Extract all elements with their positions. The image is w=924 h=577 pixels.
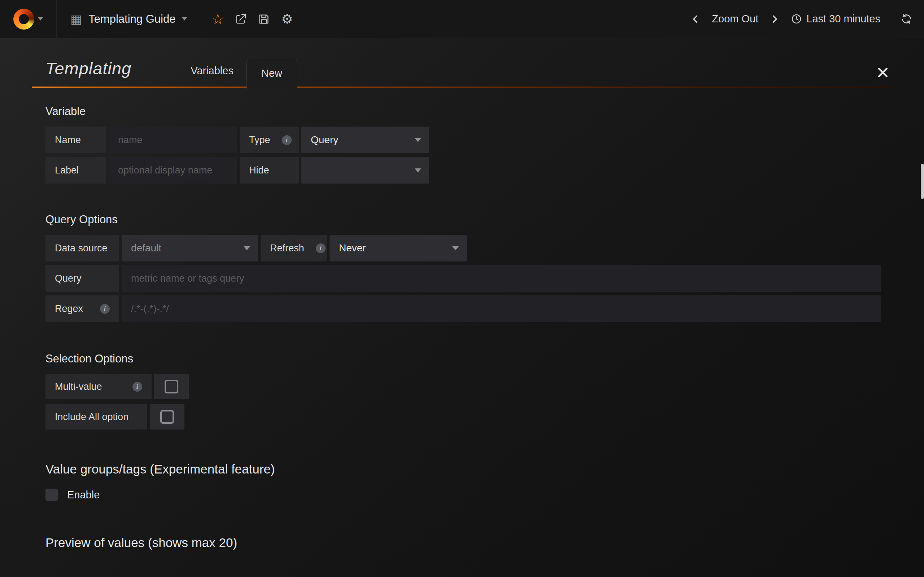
chevron-down-icon — [415, 168, 421, 172]
selection-options-section: Selection Options Multi-value Include Al… — [45, 352, 892, 429]
info-icon[interactable] — [132, 382, 142, 392]
multi-value-label-text: Multi-value — [55, 381, 102, 392]
datasource-label: Data source — [45, 235, 119, 261]
query-options-heading: Query Options — [45, 213, 892, 226]
tab-variables[interactable]: Variables — [178, 65, 247, 88]
hide-label: Hide — [240, 157, 299, 184]
preview-heading: Preview of values (shows max 20) — [45, 535, 892, 550]
include-all-checkbox[interactable] — [150, 404, 184, 429]
name-input[interactable] — [109, 127, 237, 153]
label-label: Label — [45, 157, 106, 184]
type-select[interactable]: Query — [301, 127, 429, 153]
label-input[interactable] — [109, 157, 237, 184]
save-icon — [258, 13, 270, 25]
value-groups-heading: Value groups/tags (Experimental feature) — [45, 462, 892, 476]
include-all-label: Include All option — [45, 404, 147, 429]
star-button[interactable] — [206, 0, 229, 38]
query-row: Query — [45, 265, 892, 292]
refresh-select[interactable]: Never — [330, 235, 467, 261]
refresh-label: Refresh — [261, 235, 327, 261]
preview-section: Preview of values (shows max 20) Add — [45, 535, 892, 577]
settings-button[interactable] — [275, 0, 299, 38]
refresh-button[interactable] — [897, 0, 916, 38]
time-controls: Zoom Out Last 30 minutes — [687, 0, 924, 38]
name-row: Name Type Query — [45, 127, 892, 153]
regex-row: Regex — [45, 295, 892, 322]
label-row: Label Hide — [45, 157, 892, 184]
datasource-select[interactable]: default — [122, 235, 258, 261]
chevron-down-icon — [38, 17, 43, 21]
clock-icon — [791, 13, 802, 24]
chevron-down-icon — [415, 138, 421, 142]
scrollbar-thumb[interactable] — [921, 164, 924, 199]
info-icon[interactable] — [316, 243, 326, 253]
refresh-select-value: Never — [339, 242, 366, 254]
share-button[interactable] — [229, 0, 252, 38]
checkbox-icon — [165, 380, 178, 393]
selection-options-heading: Selection Options — [45, 352, 892, 365]
variable-heading: Variable — [45, 105, 892, 118]
checkbox-icon — [160, 410, 174, 424]
datasource-row: Data source default Refresh Never — [45, 235, 892, 261]
type-label-text: Type — [249, 134, 270, 146]
star-icon — [211, 12, 224, 26]
gear-icon — [281, 13, 293, 26]
dashboard-title: Templating Guide — [89, 13, 175, 26]
regex-input[interactable] — [122, 295, 881, 322]
value-groups-section: Value groups/tags (Experimental feature)… — [45, 462, 892, 501]
time-range-label: Last 30 minutes — [806, 13, 880, 25]
multi-value-checkbox[interactable] — [154, 374, 189, 399]
dashboard-picker[interactable]: Templating Guide — [56, 0, 201, 38]
enable-label: Enable — [67, 489, 100, 501]
include-all-row: Include All option — [45, 404, 892, 429]
multi-value-row: Multi-value — [45, 374, 892, 399]
name-label: Name — [45, 127, 106, 153]
multi-value-label: Multi-value — [45, 374, 152, 399]
refresh-icon — [901, 13, 913, 25]
chevron-left-icon — [690, 14, 701, 24]
navbar-actions — [201, 0, 299, 38]
type-label: Type — [240, 127, 299, 153]
info-icon[interactable] — [282, 135, 292, 145]
editor-header: Templating Variables New — [32, 38, 892, 88]
type-select-value: Query — [311, 134, 338, 146]
chevron-down-icon — [452, 246, 459, 250]
regex-label-text: Regex — [55, 303, 83, 314]
page-title: Templating — [45, 58, 131, 78]
navbar: Templating Guide — [0, 0, 924, 38]
close-icon — [876, 66, 889, 79]
grafana-menu-button[interactable] — [0, 0, 56, 38]
templating-page: Templating Variables New Variable Name T… — [0, 38, 924, 577]
datasource-select-value: default — [131, 242, 162, 254]
enable-checkbox[interactable] — [45, 488, 58, 501]
dashboard-icon — [70, 13, 82, 25]
query-options-section: Query Options Data source default Refres… — [45, 213, 892, 322]
zoom-out-button[interactable]: Zoom Out — [706, 0, 764, 38]
time-forward-button[interactable] — [766, 0, 783, 38]
enable-row: Enable — [45, 488, 892, 501]
tab-new[interactable]: New — [247, 60, 297, 89]
grafana-logo-icon — [13, 9, 34, 29]
zoom-out-label: Zoom Out — [712, 13, 758, 25]
query-label: Query — [45, 265, 119, 292]
save-button[interactable] — [252, 0, 275, 38]
chevron-down-icon — [244, 246, 250, 250]
chevron-right-icon — [769, 14, 780, 24]
regex-label: Regex — [45, 295, 119, 322]
query-input[interactable] — [122, 265, 881, 292]
refresh-label-text: Refresh — [270, 243, 304, 254]
share-icon — [234, 13, 247, 25]
chevron-down-icon — [182, 17, 187, 21]
time-range-button[interactable]: Last 30 minutes — [785, 0, 886, 38]
time-back-button[interactable] — [687, 0, 704, 38]
info-icon[interactable] — [100, 304, 110, 314]
close-button[interactable] — [876, 66, 889, 79]
hide-select[interactable] — [301, 157, 429, 184]
variable-section: Variable Name Type Query Label Hide — [45, 105, 892, 184]
